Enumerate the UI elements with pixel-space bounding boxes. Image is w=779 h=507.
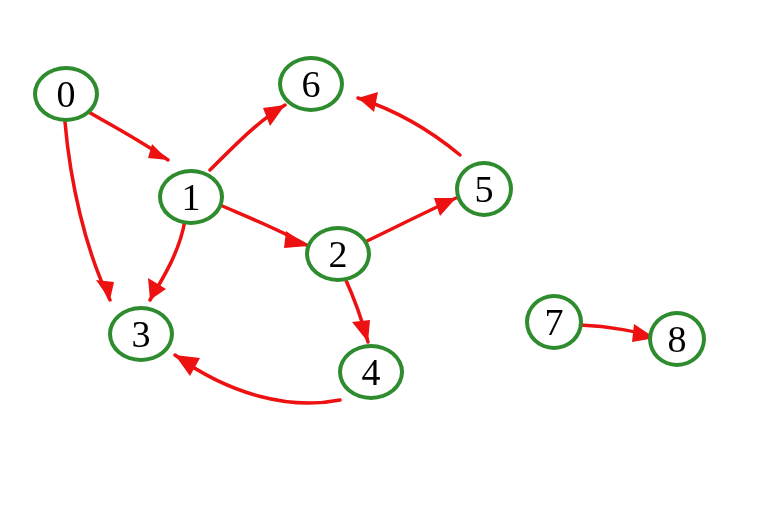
graph-node-8: 8 [648,311,706,367]
svg-marker-2 [263,105,285,126]
node-label: 2 [329,232,348,276]
graph-node-4: 4 [338,344,404,400]
node-label: 0 [57,72,76,116]
svg-marker-0 [148,144,168,160]
svg-marker-5 [434,198,456,216]
graph-node-3: 3 [108,306,174,362]
svg-marker-6 [358,92,378,112]
graph-node-6: 6 [278,56,344,112]
graph-node-7: 7 [525,294,583,350]
node-label: 5 [475,167,494,211]
graph-node-0: 0 [33,66,99,122]
graph-canvas: 0 6 1 5 2 3 7 4 8 [0,0,779,507]
node-label: 8 [668,317,687,361]
svg-marker-7 [352,320,370,342]
node-label: 1 [182,175,201,219]
node-label: 6 [302,62,321,106]
graph-node-2: 2 [305,226,371,282]
node-label: 3 [132,312,151,356]
graph-edges [0,0,779,507]
svg-marker-3 [148,278,166,300]
node-label: 4 [362,350,381,394]
graph-node-5: 5 [455,161,513,217]
svg-marker-4 [284,231,308,248]
graph-node-1: 1 [158,169,224,225]
node-label: 7 [545,300,564,344]
svg-marker-8 [175,355,200,376]
svg-marker-1 [96,280,114,300]
